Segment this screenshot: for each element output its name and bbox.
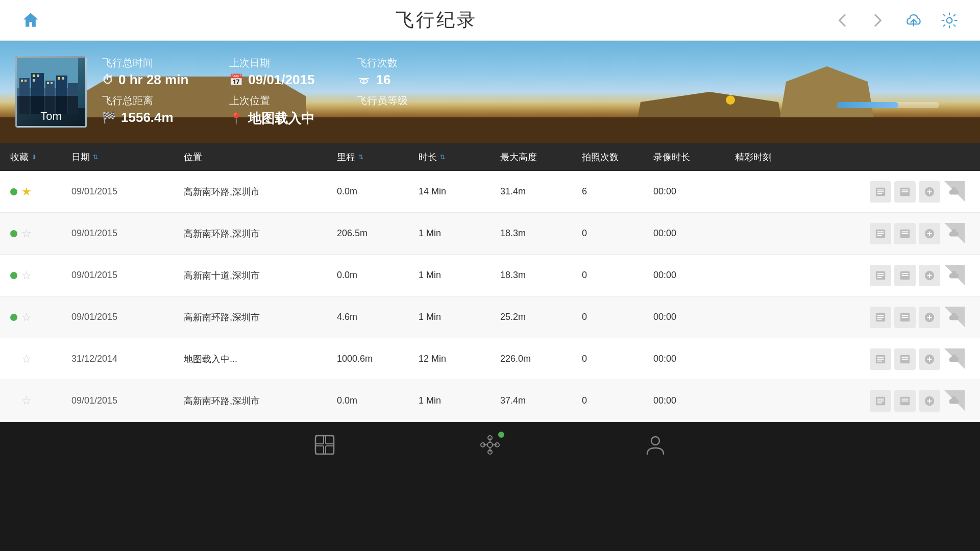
action-btn-2[interactable] [894, 348, 916, 370]
collect-cell[interactable]: ☆ [10, 269, 71, 282]
action-btn-2[interactable] [894, 181, 916, 203]
cloud-sync-btn[interactable] [943, 348, 965, 370]
prev-button[interactable] [832, 10, 852, 31]
action-btn-1[interactable] [870, 307, 891, 328]
last-date-label: 上次日期 [229, 56, 315, 70]
action-btn-1[interactable] [870, 223, 891, 244]
next-button[interactable] [868, 10, 888, 31]
cloud-sync-btn[interactable] [943, 390, 965, 412]
row-location: 高新南环路,深圳市 [184, 186, 337, 198]
row-duration: 12 Min [419, 354, 500, 364]
col-duration[interactable]: 时长 ⇅ [419, 151, 500, 163]
action-btn-3[interactable] [919, 223, 940, 244]
col-distance[interactable]: 里程 ⇅ [337, 151, 419, 163]
last-date-value: 📅 09/01/2015 [229, 72, 315, 88]
collect-cell[interactable]: ☆ [10, 227, 71, 240]
svg-rect-68 [902, 359, 909, 360]
table-row[interactable]: ★ 09/01/2015 高新南环路,深圳市 0.0m 14 Min 31.4m… [0, 171, 980, 213]
svg-rect-85 [315, 446, 324, 454]
row-distance: 206.5m [337, 228, 419, 239]
cloud-sync-btn[interactable] [943, 307, 965, 328]
row-photos: 0 [582, 270, 653, 281]
action-btn-1[interactable] [870, 390, 891, 412]
action-btn-2[interactable] [894, 265, 916, 286]
action-btn-3[interactable] [919, 265, 940, 286]
nav-profile[interactable] [644, 434, 667, 456]
col-date[interactable]: 日期 ⇅ [71, 151, 184, 163]
svg-rect-15 [58, 77, 60, 80]
star-toggle[interactable]: ☆ [21, 394, 32, 408]
cloud-sync-btn[interactable] [943, 223, 965, 244]
row-distance: 1000.6m [337, 354, 419, 364]
star-toggle[interactable]: ☆ [21, 353, 32, 366]
settings-button[interactable] [939, 10, 960, 31]
action-btn-1[interactable] [870, 181, 891, 203]
svg-rect-31 [927, 191, 932, 192]
svg-rect-45 [877, 277, 882, 278]
row-photos: 6 [582, 186, 653, 197]
home-button[interactable] [20, 10, 41, 31]
row-location: 高新南环路,深圳市 [184, 311, 337, 323]
table-row[interactable]: ☆ 09/01/2015 高新南环路,深圳市 0.0m 1 Min 37.4m … [0, 380, 980, 422]
collect-cell[interactable]: ☆ [10, 311, 71, 324]
row-max-height: 25.2m [500, 312, 582, 322]
cloud-sync-btn[interactable] [943, 181, 965, 203]
svg-rect-82 [315, 436, 334, 454]
helicopter-icon [357, 72, 371, 87]
star-toggle[interactable]: ☆ [21, 227, 32, 240]
total-dist-stat: 飞行总距离 🏁 1556.4m [102, 91, 188, 131]
row-max-height: 226.0m [500, 354, 582, 364]
star-toggle[interactable]: ☆ [21, 269, 32, 282]
row-video-duration: 00:00 [653, 395, 735, 406]
action-btn-3[interactable] [919, 181, 940, 203]
svg-rect-86 [326, 446, 334, 454]
svg-rect-23 [877, 189, 884, 190]
upload-button[interactable] [903, 10, 924, 31]
cloud-sync-btn[interactable] [943, 265, 965, 286]
svg-rect-33 [877, 231, 884, 232]
row-video-duration: 00:00 [653, 270, 735, 281]
row-duration: 1 Min [419, 395, 500, 406]
nav-fly[interactable] [479, 434, 501, 456]
total-time-stat: 飞行总时间 ⏱ 0 hr 28 min [102, 53, 188, 91]
svg-rect-20 [363, 79, 364, 83]
action-btn-1[interactable] [870, 348, 891, 370]
svg-rect-37 [902, 231, 909, 232]
svg-rect-58 [902, 317, 909, 318]
svg-rect-27 [902, 189, 909, 190]
pin-icon: 📍 [229, 112, 243, 126]
action-btn-2[interactable] [894, 307, 916, 328]
collect-cell[interactable]: ☆ [10, 394, 71, 408]
last-date-stat: 上次日期 📅 09/01/2015 [229, 53, 315, 91]
svg-rect-44 [877, 275, 884, 276]
star-toggle[interactable]: ★ [21, 185, 32, 198]
row-video-duration: 00:00 [653, 186, 735, 197]
table-row[interactable]: ☆ 31/12/2014 地图载入中... 1000.6m 12 Min 226… [0, 338, 980, 380]
svg-rect-78 [902, 400, 909, 402]
row-distance: 0.0m [337, 270, 419, 281]
col-photos: 拍照次数 [582, 151, 653, 163]
profile-thumbnail[interactable]: Tom [15, 56, 87, 128]
action-btn-2[interactable] [894, 223, 916, 244]
bottom-navigation [0, 422, 980, 468]
col-collect[interactable]: 收藏 ⬇ [10, 151, 71, 163]
action-btn-3[interactable] [919, 307, 940, 328]
action-btn-1[interactable] [870, 265, 891, 286]
row-date: 09/01/2015 [71, 186, 184, 197]
action-btn-2[interactable] [894, 390, 916, 412]
sort-date-icon: ⇅ [93, 154, 98, 161]
collect-cell[interactable]: ★ [10, 185, 71, 198]
row-actions [735, 181, 970, 203]
table-row[interactable]: ☆ 09/01/2015 高新南环路,深圳市 206.5m 1 Min 18.3… [0, 213, 980, 255]
nav-gallery[interactable] [313, 434, 336, 456]
row-distance: 4.6m [337, 312, 419, 322]
collect-cell[interactable]: ☆ [10, 353, 71, 366]
action-btn-3[interactable] [919, 390, 940, 412]
svg-rect-48 [902, 275, 909, 276]
star-toggle[interactable]: ☆ [21, 311, 32, 324]
action-btn-3[interactable] [919, 348, 940, 370]
table-row[interactable]: ☆ 09/01/2015 高新南环路,深圳市 4.6m 1 Min 25.2m … [0, 296, 980, 338]
table-row[interactable]: ☆ 09/01/2015 高新南十道,深圳市 0.0m 1 Min 18.3m … [0, 255, 980, 296]
svg-rect-43 [877, 273, 884, 274]
row-actions [735, 307, 970, 328]
